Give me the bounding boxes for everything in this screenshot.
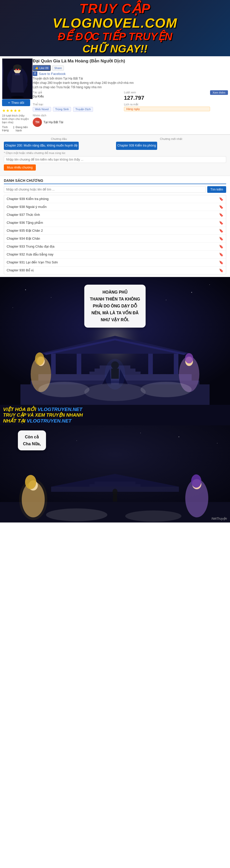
- novel-cover: [2, 58, 33, 99]
- fb-like-button[interactable]: 👍 Like 09: [33, 65, 51, 71]
- hang-ngay-badge: Hàng ngày: [124, 106, 210, 111]
- chapter-item[interactable]: Chapter 937 Thức tỉnh 🔖: [4, 211, 226, 219]
- svg-rect-28: [51, 354, 56, 374]
- chapter-name: Chapter 933 Trung Châu đại địa: [7, 245, 55, 248]
- watermark-blue-1: VLOGTRUYEN.NET: [38, 407, 82, 412]
- chapter-item[interactable]: Chapter 939 Kiểm tra phòng 🔖: [4, 195, 226, 203]
- chapter-item[interactable]: Chapter 936 Tặng phẩm 🔖: [4, 219, 226, 227]
- bookmark-icon: 🔖: [219, 213, 223, 217]
- svg-point-46: [140, 382, 192, 397]
- chapter-nav-section: Chương đầu Chapter 200: Muốn nâng đầu, k…: [0, 134, 230, 176]
- theo-doi-button[interactable]: + Theo dõi: [2, 99, 30, 106]
- first-chapter-col: Chương đầu Chapter 200: Muốn nâng đầu, k…: [4, 137, 114, 150]
- nhom-dich-name: Tại Hạ Bất Tài: [43, 120, 63, 124]
- comic-scene-1: HOÀNG PHỦ THANH THIÊN TA KHÔNG PHẢI DO Ô…: [0, 277, 230, 405]
- watermark-yellow-1: VIỆT HÓA BỞI: [3, 407, 38, 412]
- fb-buttons-row: 👍 Like 09 Share: [33, 65, 228, 71]
- speech-bubble-2: Còn cả Cha Nữa,: [18, 430, 46, 451]
- svg-point-50: [76, 440, 77, 441]
- tag-truyen-dich[interactable]: Truyện Dịch: [73, 107, 93, 112]
- save-fb-label: Save to Facebook: [39, 72, 66, 76]
- nhom-avatar: TH: [33, 118, 42, 127]
- star-1: ★: [2, 108, 6, 113]
- bookmark-icon: 🔖: [219, 237, 223, 241]
- tag-web-novel[interactable]: Web Novel: [33, 107, 51, 112]
- banner-line3: ĐỂ ĐỌC TIẾP TRUYỆN: [58, 31, 172, 42]
- star-4: ★: [13, 108, 17, 113]
- chapter-item[interactable]: Chapter 933 Trung Châu đại địa 🔖: [4, 243, 226, 251]
- svg-point-9: [15, 69, 17, 70]
- luot-xem-item: Lượt xem 127.797: [124, 91, 210, 101]
- chapter-list: Chapter 939 Kiểm tra phòng 🔖 Chapter 938…: [4, 195, 226, 274]
- stars-row: ★ ★ ★ ★ ★: [2, 108, 30, 113]
- desc-line1: Truyện dịch bởi nhóm Tại Hạ Bất Tài: [33, 76, 228, 81]
- trang-thai-link[interactable]: Đang tiến hành: [15, 126, 30, 132]
- chuong-dau-button[interactable]: Chapter 200: Muốn nâng đầu, không muốn h…: [4, 142, 79, 150]
- the-loai-item: Thể loại Web Novel Trùng Sinh Truyện Dịc…: [33, 103, 119, 112]
- luot-thich-text: 19 lượt thích (Hãy bình chọn cho truyện …: [2, 114, 30, 124]
- chuong-moi-button[interactable]: Chapter 939 Kiểm tra phòng: [116, 142, 157, 150]
- mua-chuong-button[interactable]: Mua nhiều chương: [4, 164, 36, 170]
- svg-point-44: [185, 353, 193, 364]
- chapter-item[interactable]: Chapter 932 Xưa đầu bằng nay 🔖: [4, 251, 226, 258]
- svg-rect-57: [95, 482, 135, 484]
- tac-gia-value: Dạ Kiều: [33, 95, 119, 98]
- bookmark-icon: 🔖: [219, 252, 223, 256]
- fb-like-label: Like 09: [39, 66, 48, 69]
- tag-trung-sinh[interactable]: Trùng Sinh: [53, 107, 71, 112]
- bookmark-icon: 🔖: [219, 205, 223, 209]
- chapter-item[interactable]: Chapter 938 Ngoài ý muốn 🔖: [4, 203, 226, 211]
- chuong-moi-label: Chương mới nhất: [116, 137, 226, 141]
- chapter-list-search[interactable]: [4, 186, 206, 193]
- chapter-item[interactable]: Chapter 931 Lại đến Vạn Thú Sơn 🔖: [4, 258, 226, 267]
- svg-point-47: [84, 383, 146, 401]
- svg-point-51: [178, 436, 179, 437]
- svg-rect-31: [174, 354, 178, 374]
- meta-grid: Tác giả Dạ Kiều Lượt xem 127.797 Thể loạ…: [33, 91, 210, 127]
- desc-line2: Hiện chap 280 truyện tranh tương đương v…: [33, 81, 228, 85]
- chapter-item[interactable]: Chapter 934 Đặt Chân 🔖: [4, 235, 226, 243]
- svg-point-65: [191, 474, 201, 488]
- facebook-icon: f: [33, 71, 37, 76]
- nhom-dich-item: Nhóm dịch TH Tại Hạ Bất Tài: [33, 114, 119, 127]
- chapter-name: Chapter 932 Xưa đầu bằng nay: [7, 252, 54, 256]
- tim-kiem-button[interactable]: Tìm kiếm: [207, 186, 226, 193]
- svg-point-67: [125, 510, 182, 522]
- latest-chapter-col: Chương mới nhất Chapter 939 Kiểm tra phò…: [116, 137, 226, 150]
- tinh-trang-link[interactable]: Tình trạng: [2, 126, 12, 132]
- fb-share-label: Share: [54, 66, 62, 69]
- save-facebook-row[interactable]: f Save to Facebook: [33, 71, 228, 76]
- star-5: ★: [18, 108, 21, 113]
- desc-line3: Lịch ra chap vào Trưa hoặc Tối hàng ngày…: [33, 85, 228, 90]
- top-banner: TRUY CẬP VLOGNOVEL.COM ĐỂ ĐỌC TIẾP TRUYỆ…: [0, 0, 230, 56]
- chapter-item[interactable]: Chapter 930 Bổ vị 🔖: [4, 267, 226, 274]
- chapter-list-title: DANH SÁCH CHƯƠNG: [4, 179, 226, 184]
- fb-share-button[interactable]: Share: [52, 65, 64, 70]
- chapter-search-field[interactable]: [4, 156, 226, 163]
- theo-doi-icon: +: [8, 101, 10, 104]
- svg-point-16: [209, 284, 210, 285]
- svg-point-62: [19, 479, 47, 520]
- watermark-yellow-3: NHẤT TẠI: [3, 418, 27, 424]
- luot-xem-value: 127.797: [124, 95, 210, 101]
- watermark-blue-3: VLOGTRUYEN.NET: [27, 418, 71, 424]
- nettruyen-watermark: NétTruyện: [211, 517, 227, 521]
- bookmark-icon: 🔖: [219, 221, 223, 225]
- svg-point-52: [217, 443, 218, 443]
- svg-point-15: [191, 292, 192, 292]
- bookmark-icon: 🔖: [219, 197, 223, 201]
- xem-them-button[interactable]: Xem thêm: [210, 90, 228, 95]
- watermark-line2: TRUY CẬP VÀ XEM TRUYỆN NHANH: [3, 412, 227, 418]
- lich-ra-mat-label: Lịch ra mắt: [124, 103, 210, 106]
- chapter-name: Chapter 936 Tặng phẩm: [7, 221, 43, 224]
- luot-xem-label: Lượt xem: [124, 91, 210, 94]
- bookmark-icon: 🔖: [219, 229, 223, 233]
- banner-line1: TRUY CẬP: [79, 1, 151, 16]
- tinh-trang-row: Tình trạng | Đang tiến hành: [2, 126, 30, 132]
- tags-row: Web Novel Trùng Sinh Truyện Dịch: [33, 106, 119, 112]
- chapter-item[interactable]: Chapter 935 Đặt Chân 2 🔖: [4, 227, 226, 235]
- watermark-line1: VIỆT HÓA BỞI VLOGTRUYEN.NET: [3, 406, 227, 412]
- chapter-name: Chapter 931 Lại đến Vạn Thú Sơn: [7, 260, 58, 264]
- chuong-dau-label: Chương đầu: [4, 137, 114, 141]
- chapter-name: Chapter 939 Kiểm tra phòng: [7, 197, 48, 201]
